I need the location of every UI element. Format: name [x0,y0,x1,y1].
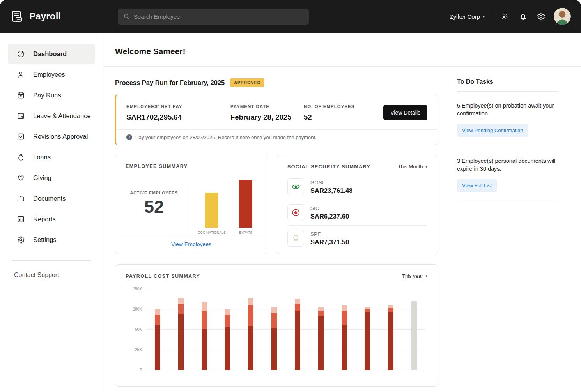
cost-bar-segment [202,311,207,329]
sidebar-item-revisions-approval[interactable]: Revisions Approval [8,126,95,147]
sidebar-item-label: Employees [33,71,65,78]
calendar-money-icon [16,91,25,99]
todo-divider [457,202,558,202]
user-avatar[interactable] [554,8,571,25]
cost-bar-segment [202,329,207,370]
ss-amount: SAR23,761.48 [310,187,352,194]
net-pay-value: SAR1702,295.64 [126,113,213,122]
sidebar-item-label: Dashboard [33,50,67,58]
sidebar-item-dashboard[interactable]: Dashboard [8,44,95,64]
cost-bar-segment [155,309,160,315]
employee-count-stat: NO. OF EMPLOYEES 52 [304,104,362,122]
ss-amount: SAR6,237.60 [310,213,349,220]
y-axis-tick: 50K [126,327,142,332]
cost-bar-segment [225,315,230,327]
app-logo[interactable]: Payroll [10,9,118,23]
cost-bar-segment [248,326,253,370]
y-axis-tick: 0 [126,368,142,372]
status-badge: APPROVED [230,78,264,87]
topbar-separator [492,12,492,21]
cost-bar-segment [225,309,230,315]
sidebar-item-documents[interactable]: Documents [8,188,95,209]
gridline [146,350,426,350]
cost-bar-segment [295,311,300,370]
net-pay-stat: EMPLOYEES' NET PAY SAR1702,295.64 [126,104,213,122]
gear-icon[interactable] [536,11,546,22]
cost-bar-segment [318,316,324,370]
payroll-cost-chart: 025K50K100K150K [126,287,427,379]
net-pay-label: EMPLOYEES' NET PAY [126,104,213,109]
cost-bar-segment [248,305,253,326]
topbar-actions: Zylker Corp ▾ [450,8,571,25]
app-window: Payroll Zylker Corp ▾ [0,0,581,392]
info-icon: i [126,134,132,140]
view-full-list-button[interactable]: View Full List [457,179,497,192]
employee-summary-title: EMPLOYEE SUMMARY [126,164,188,169]
sidebar-item-label: Reports [33,215,56,223]
sidebar-item-loans[interactable]: Loans [8,147,95,168]
view-pending-confirmation-button[interactable]: View Pending Confirmation [457,124,528,137]
payrun-note-text: Pay your employees on 28/02/2025. Record… [135,134,317,140]
payment-date-stat: PAYMENT DATE February 28, 2025 [230,104,304,122]
dashboard-icon [16,50,25,58]
payrun-card: EMPLOYEES' NET PAY SAR1702,295.64 PAYMEN… [115,94,438,145]
search-input[interactable] [134,13,303,20]
checkbox-icon [16,132,25,141]
todo-divider [457,91,558,92]
contact-support-link[interactable]: Contact Support [0,261,104,279]
sidebar-item-employees[interactable]: Employees [8,64,95,85]
sidebar-item-reports[interactable]: Reports [8,209,95,230]
payrun-section-title: Process Pay Run for February, 2025 [115,79,225,87]
sidebar-item-label: Leave & Attendance [33,112,91,120]
ss-name: GOSI [310,180,352,185]
cost-bar-segment [388,305,393,308]
topbar: Payroll Zylker Corp ▾ [0,0,581,33]
cost-bar-segment [155,325,160,370]
mini-bar-gcc-nationals: GCC NATIONALS [198,193,226,235]
sidebar-item-pay-runs[interactable]: Pay Runs [8,85,95,106]
y-axis-tick: 25K [126,348,142,352]
social-security-row-spf: SPF SAR7,371.50 [287,226,427,251]
sidebar-item-settings[interactable]: Settings [8,230,95,250]
cost-bar-segment [178,314,184,370]
heart-icon [16,174,25,182]
bell-icon[interactable] [518,11,528,22]
cost-bar-segment [342,311,347,325]
sidebar-item-label: Giving [33,174,51,182]
users-icon[interactable] [500,11,510,22]
employee-summary-card: EMPLOYEE SUMMARY ACTIVE EMPLOYEES 52 GCC… [115,155,267,254]
gridline [146,289,426,289]
card-divider [190,175,190,233]
cost-bar-segment [271,328,277,370]
period-value: This Month [398,164,423,170]
search-box[interactable] [118,9,309,25]
spf-logo-icon [287,230,304,247]
view-details-button[interactable]: View Details [383,105,427,120]
chevron-down-icon: ▾ [425,274,427,278]
sidebar-item-giving[interactable]: Giving [8,168,95,188]
sidebar-item-leave-attendance[interactable]: Leave & Attendance [8,106,95,126]
social-security-title: SOCIAL SECURITY SUMMARY [287,164,370,170]
page-title: Welcome Sameer! [104,33,581,66]
cost-bar-segment [178,304,184,314]
social-security-row-sio: SIO SAR6,237.60 [287,200,427,226]
employee-count-label: NO. OF EMPLOYEES [304,104,362,109]
social-security-card: SOCIAL SECURITY SUMMARY This Month ▾ [277,155,438,254]
cost-bar-segment [295,304,300,311]
org-switcher[interactable]: Zylker Corp ▾ [450,13,485,20]
gridline [146,329,426,330]
period-value: This year [402,273,423,279]
payrun-note: i Pay your employees on 28/02/2025. Reco… [116,129,438,145]
cost-bar-segment [365,312,370,370]
chevron-down-icon: ▾ [425,165,427,169]
sidebar-item-label: Revisions Approval [33,133,88,140]
cost-bar-segment [271,307,277,314]
payroll-cost-period-dropdown[interactable]: This year ▾ [402,273,427,279]
payment-date-value: February 28, 2025 [230,113,304,122]
todo-panel: To Do Tasks 5 Employee(s) on probation a… [438,67,581,392]
social-security-period-dropdown[interactable]: This Month ▾ [398,164,427,170]
view-employees-link[interactable]: View Employees [171,241,211,247]
todo-divider [457,147,558,147]
payroll-logo-icon [10,9,24,23]
cost-bar-segment [202,302,207,311]
